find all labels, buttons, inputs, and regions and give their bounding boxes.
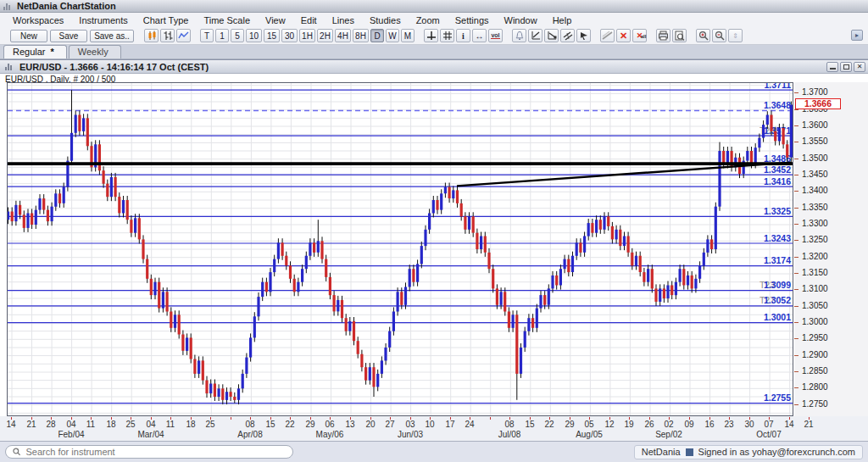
price-tick-mark <box>794 191 798 192</box>
date-tick-label: 21 <box>799 420 818 429</box>
trendline-angle-icon[interactable] <box>544 29 559 42</box>
trendline-tool-icon[interactable] <box>528 29 542 42</box>
line-chart-icon[interactable] <box>176 29 191 42</box>
tab-regular[interactable]: Regular* <box>3 45 67 58</box>
zoom-reset-icon[interactable]: ⇕ <box>728 29 743 42</box>
tab-modified-marker: * <box>51 47 54 57</box>
print-preview-icon[interactable] <box>672 29 687 42</box>
timeframe-15-button[interactable]: 15 <box>264 29 280 42</box>
date-tick-label: 12 <box>600 420 619 429</box>
date-tick-label: 10 <box>420 420 439 429</box>
info-icon[interactable]: i <box>456 29 470 42</box>
menu-item-window[interactable]: Window <box>497 14 545 26</box>
zoom-out-icon[interactable] <box>712 29 726 42</box>
delete-all-icon[interactable]: ✕all <box>632 29 647 42</box>
crosshair-icon[interactable] <box>424 29 438 42</box>
new-button[interactable]: New <box>10 30 47 42</box>
timeframe-4h-button[interactable]: 4H <box>335 29 351 42</box>
date-tick-label: 29 <box>301 420 320 429</box>
menu-item-zoom[interactable]: Zoom <box>409 14 448 26</box>
price-axis[interactable]: 1.37001.36501.36001.35501.35001.34501.34… <box>794 82 868 416</box>
date-tick-label: 07 <box>760 420 778 429</box>
grid-icon[interactable] <box>440 29 454 42</box>
date-tick-mark <box>490 417 491 420</box>
save-as-button[interactable]: Save as.. <box>90 30 134 42</box>
timeframe-w-button[interactable]: W <box>386 29 399 42</box>
month-label: Jun/03 <box>388 430 432 439</box>
time-axis[interactable]: 1421280411182504111825081522290613202703… <box>0 416 868 442</box>
date-tick-label: 25 <box>121 420 140 429</box>
menu-item-studies[interactable]: Studies <box>362 14 409 26</box>
arrow-flag-icon[interactable] <box>576 29 591 42</box>
price-tick-label: 1.3000 <box>802 317 828 326</box>
status-bar: NetDania Signed in as yohay@forexcrunch.… <box>0 441 868 462</box>
menu-item-instruments[interactable]: Instruments <box>71 14 135 26</box>
timeframe-2h-button[interactable]: 2H <box>317 29 333 42</box>
menu-item-edit[interactable]: Edit <box>293 14 325 26</box>
date-tick-label: 29 <box>560 420 579 429</box>
month-label: Feb/04 <box>49 430 93 439</box>
date-tick-label: 05 <box>580 420 598 429</box>
menu-bar: WorkspacesInstrumentsChart TypeTime Scal… <box>0 13 868 27</box>
timeframe-d-button[interactable]: D <box>370 29 384 42</box>
candlestick-chart-icon[interactable] <box>144 29 159 42</box>
instrument-search-box[interactable] <box>5 445 293 459</box>
tab-weekly-label: Weekly <box>78 47 108 57</box>
timeframe-t-button[interactable]: T <box>200 29 214 42</box>
zoom-in-icon[interactable] <box>696 29 710 42</box>
channel-tool-icon[interactable] <box>560 29 575 42</box>
menu-item-help[interactable]: Help <box>545 14 580 26</box>
panel-toggle-icon[interactable]: ▸ <box>851 30 863 41</box>
minimize-button[interactable] <box>826 62 838 72</box>
price-tick-label: 1.3700 <box>802 87 828 97</box>
brand-label: NetDania <box>642 447 681 457</box>
tab-weekly[interactable]: Weekly <box>69 45 121 58</box>
price-tick-label: 1.3350 <box>802 203 828 212</box>
timeframe-m-button[interactable]: M <box>401 29 415 42</box>
chart-plot-area[interactable]: 1.37111.3648T281.35711.34861.34521.34161… <box>7 82 793 416</box>
app-title-bar: NetDania ChartStation <box>0 0 868 13</box>
menu-item-view[interactable]: View <box>258 14 293 26</box>
delete-x-icon[interactable]: ✕ <box>616 29 631 42</box>
timeframe-30-button[interactable]: 30 <box>281 29 298 42</box>
timeframe-8h-button[interactable]: 8H <box>353 29 369 42</box>
price-tick-mark <box>794 273 798 274</box>
price-tick-label: 1.3600 <box>802 120 828 130</box>
timeframe-5-button[interactable]: 5 <box>231 29 244 42</box>
horizontal-scroll-icon[interactable]: ↔ <box>472 29 487 42</box>
date-tick-label: 19 <box>620 420 638 429</box>
price-tick-label: 1.2900 <box>802 350 828 359</box>
alarm-bell-icon[interactable] <box>512 29 526 42</box>
price-tick-mark <box>794 175 798 175</box>
menu-item-workspaces[interactable]: Workspaces <box>5 14 71 26</box>
date-tick-label: 20 <box>361 420 380 429</box>
date-tick-label: 08 <box>241 420 259 429</box>
menu-item-lines[interactable]: Lines <box>325 14 362 26</box>
menu-item-time-scale[interactable]: Time Scale <box>196 14 258 26</box>
timeframe-10-button[interactable]: 10 <box>246 29 262 42</box>
close-button[interactable]: ✕ <box>854 62 865 72</box>
menu-item-settings[interactable]: Settings <box>448 14 497 26</box>
timeframe-1h-button[interactable]: 1H <box>299 29 315 42</box>
price-tick-label: 1.3500 <box>802 153 828 163</box>
date-tick-label: 17 <box>441 420 459 429</box>
price-tick-mark <box>794 125 798 126</box>
save-button[interactable]: Save <box>50 30 87 42</box>
volume-icon[interactable]: vol <box>488 29 503 42</box>
level-label-1.3416: 1.3416 <box>764 176 791 186</box>
restore-button[interactable] <box>840 62 852 72</box>
date-tick-label: 09 <box>680 420 698 429</box>
timeframe-1-button[interactable]: 1 <box>215 29 229 42</box>
ohlc-bar-chart-icon[interactable] <box>160 29 175 42</box>
signin-status: NetDania Signed in as yohay@forexcrunch.… <box>634 445 863 459</box>
price-tick-mark <box>794 289 798 290</box>
chart-window-title-bar[interactable]: EUR/USD - 1.3666 - 14:16:14 17 Oct (CEST… <box>0 60 868 74</box>
printer-icon[interactable] <box>656 29 670 42</box>
price-tick-mark <box>794 224 798 225</box>
price-tick-mark <box>794 371 798 372</box>
menu-item-chart-type[interactable]: Chart Type <box>136 14 197 26</box>
date-tick-label: 26 <box>640 420 659 429</box>
price-tick-label: 1.2850 <box>802 366 828 376</box>
search-input[interactable] <box>26 447 286 457</box>
gray-line-icon[interactable] <box>600 29 615 42</box>
